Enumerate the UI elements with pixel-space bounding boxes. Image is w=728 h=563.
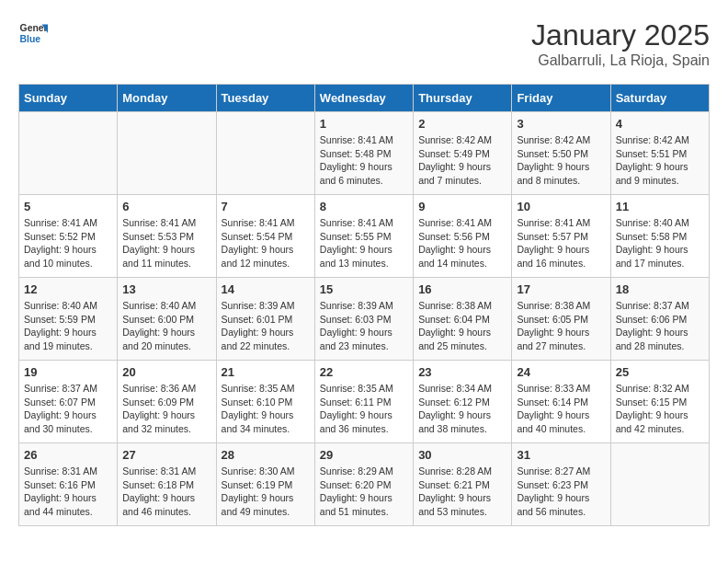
day-info: Sunrise: 8:40 AM Sunset: 6:00 PM Dayligh…	[122, 299, 210, 353]
table-row: 17Sunrise: 8:38 AM Sunset: 6:05 PM Dayli…	[512, 278, 610, 361]
day-number: 25	[616, 365, 704, 379]
day-number: 5	[24, 200, 112, 213]
day-info: Sunrise: 8:41 AM Sunset: 5:56 PM Dayligh…	[418, 216, 506, 270]
day-number: 24	[517, 365, 605, 379]
day-number: 9	[418, 200, 506, 213]
day-info: Sunrise: 8:41 AM Sunset: 5:48 PM Dayligh…	[320, 133, 408, 188]
table-row: 29Sunrise: 8:29 AM Sunset: 6:20 PM Dayli…	[314, 443, 413, 526]
day-number: 19	[24, 365, 112, 379]
day-info: Sunrise: 8:34 AM Sunset: 6:12 PM Dayligh…	[418, 382, 506, 436]
day-number: 4	[616, 117, 704, 131]
day-number: 3	[517, 117, 605, 131]
header-saturday: Saturday	[610, 85, 709, 112]
day-info: Sunrise: 8:31 AM Sunset: 6:18 PM Dayligh…	[122, 465, 210, 519]
table-row: 2Sunrise: 8:42 AM Sunset: 5:49 PM Daylig…	[414, 112, 512, 195]
day-number: 31	[517, 448, 605, 462]
header-wednesday: Wednesday	[314, 85, 413, 112]
day-info: Sunrise: 8:41 AM Sunset: 5:55 PM Dayligh…	[320, 216, 408, 270]
day-info: Sunrise: 8:33 AM Sunset: 6:14 PM Dayligh…	[517, 382, 605, 436]
table-row: 1Sunrise: 8:41 AM Sunset: 5:48 PM Daylig…	[314, 112, 413, 195]
day-number: 14	[222, 282, 310, 296]
calendar-week-row: 5Sunrise: 8:41 AM Sunset: 5:52 PM Daylig…	[19, 195, 710, 278]
day-number: 27	[122, 448, 210, 462]
day-info: Sunrise: 8:28 AM Sunset: 6:21 PM Dayligh…	[418, 465, 506, 519]
header-tuesday: Tuesday	[216, 85, 314, 112]
day-info: Sunrise: 8:32 AM Sunset: 6:15 PM Dayligh…	[616, 382, 704, 436]
svg-text:Blue: Blue	[20, 34, 41, 44]
day-info: Sunrise: 8:37 AM Sunset: 6:06 PM Dayligh…	[616, 299, 704, 353]
day-number: 12	[24, 282, 112, 296]
day-number: 7	[222, 200, 310, 213]
day-number: 17	[517, 282, 605, 296]
table-row	[19, 112, 118, 195]
day-number: 1	[320, 117, 408, 131]
day-number: 11	[616, 200, 704, 213]
table-row: 21Sunrise: 8:35 AM Sunset: 6:10 PM Dayli…	[216, 361, 314, 443]
calendar-week-row: 19Sunrise: 8:37 AM Sunset: 6:07 PM Dayli…	[19, 361, 710, 443]
calendar-title: January 2025	[531, 18, 710, 52]
day-number: 20	[122, 365, 210, 379]
table-row: 25Sunrise: 8:32 AM Sunset: 6:15 PM Dayli…	[610, 361, 709, 443]
header-thursday: Thursday	[414, 85, 512, 112]
calendar-header-row: Sunday Monday Tuesday Wednesday Thursday…	[19, 85, 710, 112]
table-row: 10Sunrise: 8:41 AM Sunset: 5:57 PM Dayli…	[512, 195, 610, 278]
day-number: 16	[418, 282, 506, 296]
day-info: Sunrise: 8:42 AM Sunset: 5:51 PM Dayligh…	[616, 133, 704, 188]
table-row: 28Sunrise: 8:30 AM Sunset: 6:19 PM Dayli…	[216, 443, 314, 526]
table-row: 5Sunrise: 8:41 AM Sunset: 5:52 PM Daylig…	[19, 195, 118, 278]
logo-icon: General Blue	[18, 18, 48, 48]
day-info: Sunrise: 8:41 AM Sunset: 5:57 PM Dayligh…	[517, 216, 605, 270]
table-row: 9Sunrise: 8:41 AM Sunset: 5:56 PM Daylig…	[414, 195, 512, 278]
table-row: 13Sunrise: 8:40 AM Sunset: 6:00 PM Dayli…	[118, 278, 216, 361]
day-number: 23	[418, 365, 506, 379]
day-number: 6	[122, 200, 210, 213]
table-row: 19Sunrise: 8:37 AM Sunset: 6:07 PM Dayli…	[19, 361, 118, 443]
day-info: Sunrise: 8:29 AM Sunset: 6:20 PM Dayligh…	[320, 465, 408, 519]
day-number: 18	[616, 282, 704, 296]
calendar-table: Sunday Monday Tuesday Wednesday Thursday…	[18, 84, 710, 526]
day-info: Sunrise: 8:35 AM Sunset: 6:11 PM Dayligh…	[320, 382, 408, 436]
day-info: Sunrise: 8:39 AM Sunset: 6:01 PM Dayligh…	[222, 299, 310, 353]
day-info: Sunrise: 8:41 AM Sunset: 5:54 PM Dayligh…	[222, 216, 310, 270]
day-number: 13	[122, 282, 210, 296]
table-row: 8Sunrise: 8:41 AM Sunset: 5:55 PM Daylig…	[314, 195, 413, 278]
day-info: Sunrise: 8:42 AM Sunset: 5:49 PM Dayligh…	[418, 133, 506, 188]
table-row	[610, 443, 709, 526]
day-info: Sunrise: 8:40 AM Sunset: 5:59 PM Dayligh…	[24, 299, 112, 353]
table-row: 31Sunrise: 8:27 AM Sunset: 6:23 PM Dayli…	[512, 443, 610, 526]
day-info: Sunrise: 8:40 AM Sunset: 5:58 PM Dayligh…	[616, 216, 704, 270]
day-info: Sunrise: 8:31 AM Sunset: 6:16 PM Dayligh…	[24, 465, 112, 519]
day-number: 21	[222, 365, 310, 379]
day-number: 26	[24, 448, 112, 462]
table-row: 22Sunrise: 8:35 AM Sunset: 6:11 PM Dayli…	[314, 361, 413, 443]
table-row: 16Sunrise: 8:38 AM Sunset: 6:04 PM Dayli…	[414, 278, 512, 361]
day-info: Sunrise: 8:36 AM Sunset: 6:09 PM Dayligh…	[122, 382, 210, 436]
day-info: Sunrise: 8:42 AM Sunset: 5:50 PM Dayligh…	[517, 133, 605, 188]
table-row: 23Sunrise: 8:34 AM Sunset: 6:12 PM Dayli…	[414, 361, 512, 443]
table-row: 7Sunrise: 8:41 AM Sunset: 5:54 PM Daylig…	[216, 195, 314, 278]
day-number: 22	[320, 365, 408, 379]
table-row: 6Sunrise: 8:41 AM Sunset: 5:53 PM Daylig…	[118, 195, 216, 278]
table-row: 27Sunrise: 8:31 AM Sunset: 6:18 PM Dayli…	[118, 443, 216, 526]
table-row: 11Sunrise: 8:40 AM Sunset: 5:58 PM Dayli…	[610, 195, 709, 278]
day-info: Sunrise: 8:37 AM Sunset: 6:07 PM Dayligh…	[24, 382, 112, 436]
table-row: 30Sunrise: 8:28 AM Sunset: 6:21 PM Dayli…	[414, 443, 512, 526]
day-number: 10	[517, 200, 605, 213]
day-info: Sunrise: 8:39 AM Sunset: 6:03 PM Dayligh…	[320, 299, 408, 353]
calendar-subtitle: Galbarruli, La Rioja, Spain	[531, 52, 710, 69]
calendar-week-row: 26Sunrise: 8:31 AM Sunset: 6:16 PM Dayli…	[19, 443, 710, 526]
day-number: 28	[222, 448, 310, 462]
day-info: Sunrise: 8:30 AM Sunset: 6:19 PM Dayligh…	[222, 465, 310, 519]
header-sunday: Sunday	[19, 85, 118, 112]
table-row: 12Sunrise: 8:40 AM Sunset: 5:59 PM Dayli…	[19, 278, 118, 361]
table-row: 24Sunrise: 8:33 AM Sunset: 6:14 PM Dayli…	[512, 361, 610, 443]
table-row	[216, 112, 314, 195]
logo: General Blue	[18, 18, 48, 48]
table-row: 4Sunrise: 8:42 AM Sunset: 5:51 PM Daylig…	[610, 112, 709, 195]
table-row: 3Sunrise: 8:42 AM Sunset: 5:50 PM Daylig…	[512, 112, 610, 195]
table-row	[118, 112, 216, 195]
day-number: 8	[320, 200, 408, 213]
table-row: 20Sunrise: 8:36 AM Sunset: 6:09 PM Dayli…	[118, 361, 216, 443]
day-number: 2	[418, 117, 506, 131]
header-monday: Monday	[118, 85, 216, 112]
